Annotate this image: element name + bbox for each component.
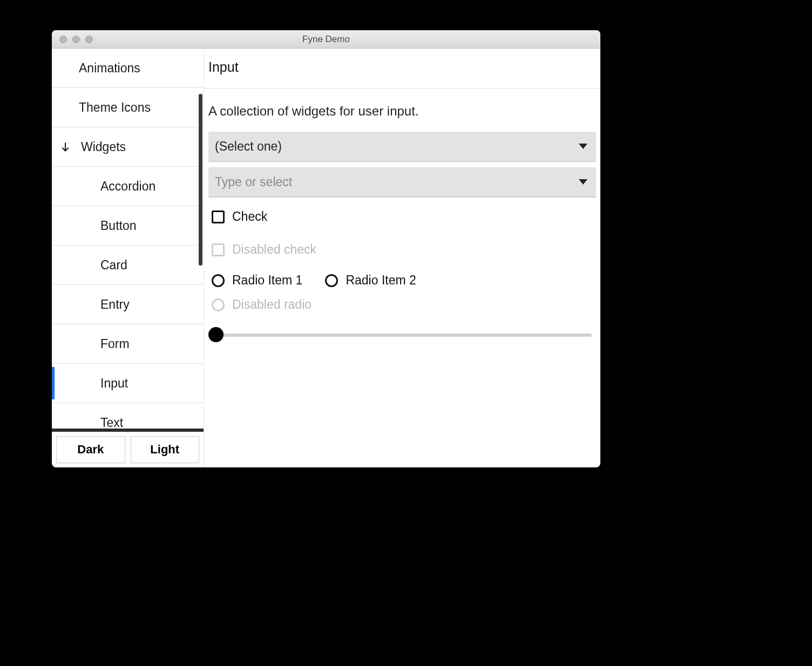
sidebar-item-form[interactable]: Form: [52, 324, 204, 364]
sidebar-item-label: Text: [100, 416, 123, 429]
radio-label: Disabled radio: [232, 297, 312, 312]
caret-down-icon: [579, 179, 587, 185]
checkbox-unchecked-icon: [212, 243, 225, 256]
app-window: Fyne Demo Animations Theme Icons: [52, 30, 600, 467]
main-panel: Input A collection of widgets for user i…: [204, 49, 600, 467]
page-description: A collection of widgets for user input.: [208, 93, 596, 126]
content-area: A collection of widgets for user input. …: [204, 89, 600, 345]
sidebar-item-label: Animations: [79, 61, 140, 76]
radio-unchecked-icon: [212, 274, 225, 287]
type-or-select-combobox[interactable]: Type or select: [208, 167, 596, 198]
slider-track: [213, 334, 592, 337]
disabled-radio: Disabled radio: [208, 297, 596, 318]
radio-item-1[interactable]: Radio Item 1: [212, 273, 302, 288]
sidebar-item-label: Form: [100, 337, 130, 351]
sidebar-item-label: Input: [100, 376, 128, 391]
sidebar-item-entry[interactable]: Entry: [52, 285, 204, 324]
sidebar-item-label: Entry: [100, 297, 130, 312]
sidebar-group-widgets[interactable]: Widgets: [52, 127, 204, 167]
disabled-check-checkbox: Disabled check: [208, 236, 596, 263]
sidebar-item-card[interactable]: Card: [52, 246, 204, 285]
radio-label: Radio Item 1: [232, 273, 302, 288]
sidebar-list: Animations Theme Icons Widgets: [52, 49, 204, 429]
sidebar-item-input[interactable]: Input: [52, 364, 204, 403]
sidebar-item-label: Card: [100, 258, 127, 273]
checkbox-label: Disabled check: [232, 242, 316, 257]
caret-down-icon: [579, 144, 587, 149]
sidebar-item-label: Theme Icons: [79, 100, 151, 115]
slider[interactable]: [208, 324, 596, 345]
maximize-icon[interactable]: [85, 36, 93, 43]
sidebar-item-animations[interactable]: Animations: [52, 49, 204, 88]
radio-group: Radio Item 1 Radio Item 2: [208, 269, 596, 292]
close-icon[interactable]: [59, 36, 67, 43]
dark-theme-button[interactable]: Dark: [56, 436, 125, 463]
light-theme-button[interactable]: Light: [131, 436, 200, 463]
sidebar-item-text[interactable]: Text: [52, 403, 204, 429]
sidebar-item-theme-icons[interactable]: Theme Icons: [52, 88, 204, 127]
checkbox-label: Check: [232, 209, 267, 224]
radio-item-2[interactable]: Radio Item 2: [325, 273, 416, 288]
titlebar[interactable]: Fyne Demo: [52, 30, 600, 49]
theme-switcher: Dark Light: [52, 432, 204, 467]
minimize-icon[interactable]: [72, 36, 80, 43]
window-title: Fyne Demo: [52, 34, 600, 45]
radio-label: Radio Item 2: [346, 273, 416, 288]
arrow-down-icon: [59, 141, 71, 152]
sidebar-scrollbar[interactable]: [199, 94, 202, 266]
radio-unchecked-icon: [325, 274, 338, 287]
svg-marker-1: [579, 144, 587, 149]
svg-marker-2: [579, 179, 587, 185]
window-controls: [52, 36, 93, 43]
page-title: Input: [204, 49, 600, 89]
sidebar-group-label: Widgets: [81, 140, 126, 154]
client-area: Animations Theme Icons Widgets: [52, 49, 600, 467]
checkbox-unchecked-icon: [212, 210, 225, 223]
select-placeholder: Type or select: [215, 175, 292, 189]
sidebar-item-label: Button: [100, 219, 137, 233]
sidebar-scroll[interactable]: Animations Theme Icons Widgets: [52, 49, 204, 429]
slider-thumb[interactable]: [208, 327, 224, 342]
sidebar-item-button[interactable]: Button: [52, 206, 204, 246]
check-checkbox[interactable]: Check: [208, 203, 596, 230]
radio-unchecked-icon: [212, 298, 225, 311]
sidebar-item-label: Accordion: [100, 179, 155, 194]
sidebar-item-accordion[interactable]: Accordion: [52, 167, 204, 206]
sidebar: Animations Theme Icons Widgets: [52, 49, 204, 467]
select-label: (Select one): [215, 139, 282, 154]
select-one-dropdown[interactable]: (Select one): [208, 132, 596, 162]
